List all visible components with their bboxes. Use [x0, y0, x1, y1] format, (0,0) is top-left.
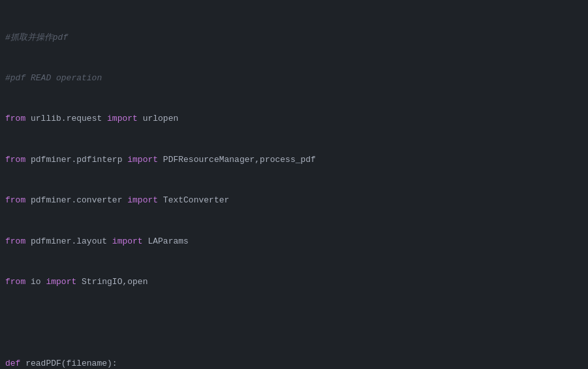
from-keyword: from	[5, 195, 25, 205]
import-keyword: import	[107, 114, 138, 123]
line-8	[5, 316, 583, 330]
code-text: StringIO,open	[76, 277, 147, 287]
line-1: #抓取并操作pdf	[5, 31, 583, 45]
import-keyword: import	[127, 155, 158, 165]
code-editor: #抓取并操作pdf #pdf READ operation from urlli…	[0, 0, 588, 369]
line-2: #pdf READ operation	[5, 72, 583, 86]
line-3: from urllib.request import urlopen	[5, 112, 583, 126]
line-9: def readPDF(filename):	[5, 357, 583, 369]
comment: #抓取并操作pdf	[5, 33, 68, 42]
from-keyword: from	[5, 114, 25, 123]
code-text: urlopen	[138, 114, 178, 123]
code-text: pdfminer.layout	[25, 236, 112, 246]
code-text: PDFResourceManager,process_pdf	[158, 155, 316, 165]
import-keyword: import	[127, 195, 158, 205]
from-keyword: from	[5, 236, 25, 246]
def-keyword: def	[5, 359, 20, 368]
code-text: urllib.request	[25, 114, 107, 123]
code-text: io	[25, 277, 46, 287]
line-4: from pdfminer.pdfinterp import PDFResour…	[5, 153, 583, 167]
import-keyword: import	[112, 236, 143, 246]
from-keyword: from	[5, 155, 25, 165]
line-6: from pdfminer.layout import LAParams	[5, 235, 583, 249]
import-keyword: import	[46, 277, 76, 287]
code-text: pdfminer.pdfinterp	[25, 155, 127, 165]
code-text: LAParams	[143, 236, 189, 246]
code-text: TextConverter	[158, 195, 229, 205]
code-text: readPDF(filename):	[20, 359, 117, 368]
line-5: from pdfminer.converter import TextConve…	[5, 194, 583, 208]
comment: #pdf READ operation	[5, 73, 102, 83]
from-keyword: from	[5, 277, 25, 287]
line-7: from io import StringIO,open	[5, 276, 583, 289]
code-text: pdfminer.converter	[25, 195, 127, 205]
